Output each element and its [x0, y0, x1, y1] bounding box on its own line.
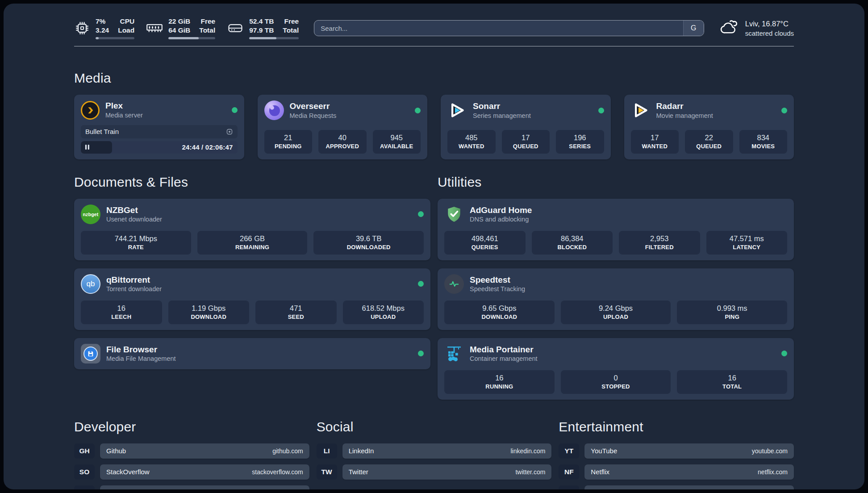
- app-subtitle: Movie management: [656, 112, 713, 120]
- app-subtitle: Torrent downloader: [106, 285, 162, 293]
- disk-free-label: Free: [283, 17, 299, 26]
- stat-value: 40: [320, 134, 365, 142]
- nzbget-card[interactable]: nzbget NZBGet Usenet downloader 744.21 M…: [74, 199, 430, 260]
- stat-tile: 9.24 Gbps UPLOAD: [561, 301, 671, 324]
- disk-progress-bar: [249, 37, 299, 39]
- stat-tile: 945 AVAILABLE: [373, 130, 421, 154]
- stat-value: 22: [687, 134, 731, 142]
- stat-label: REMAINING: [199, 244, 306, 251]
- ram-free-value: 22 GiB: [168, 17, 190, 26]
- stat-label: WANTED: [633, 143, 677, 150]
- qbittorrent-card[interactable]: qb qBittorrent Torrent downloader 16 LEE…: [74, 268, 430, 330]
- system-stats: 7% CPU 3.24 Load: [74, 17, 299, 39]
- cpu-icon: [74, 20, 90, 36]
- search-input[interactable]: [314, 21, 683, 36]
- stat-label: TOTAL: [679, 383, 785, 390]
- link-name: DEV: [106, 489, 120, 489]
- stat-label: QUEUED: [504, 143, 548, 150]
- stat-value: 17: [633, 134, 677, 142]
- stat-value: 21: [266, 134, 311, 142]
- ram-total-label: Total: [199, 26, 215, 35]
- stat-value: 1.19 Gbps: [170, 304, 248, 313]
- app-name: qBittorrent: [106, 275, 162, 285]
- pause-icon[interactable]: [85, 144, 90, 150]
- link-url: netflix.com: [758, 468, 788, 476]
- speedtest-card[interactable]: Speedtest Speedtest Tracking 9.65 Gbps D…: [438, 268, 794, 330]
- link-netflix[interactable]: NF Netflix netflix.com: [559, 464, 794, 480]
- section-title-utilities: Utilities: [438, 175, 794, 190]
- stat-value: 16: [83, 304, 160, 313]
- dashboard: 7% CPU 3.24 Load: [4, 4, 864, 489]
- search-engine-button[interactable]: G: [683, 21, 704, 36]
- link-url: youtube.com: [752, 447, 788, 455]
- link-stackoverflow[interactable]: SO StackOverflow stackoverflow.com: [74, 464, 309, 480]
- link-youtube[interactable]: YT YouTube youtube.com: [559, 443, 794, 459]
- stat-label: PENDING: [266, 143, 311, 150]
- link-reddit[interactable]: RE Reddit reddit.com: [559, 485, 794, 489]
- stat-tile: 22 QUEUED: [685, 130, 733, 154]
- radarr-card[interactable]: Radarr Movie management 17 WANTED 22 QUE…: [624, 95, 794, 159]
- app-subtitle: Usenet downloader: [106, 215, 162, 224]
- link-name: Twitter: [349, 468, 368, 476]
- stat-value: 39.6 TB: [315, 234, 422, 243]
- stat-tile: 17 WANTED: [631, 130, 679, 154]
- qbittorrent-icon-text: qb: [87, 280, 95, 288]
- stat-label: STOPPED: [563, 383, 669, 390]
- link-url: github.com: [272, 447, 303, 455]
- stat-label: RUNNING: [446, 383, 553, 390]
- sonarr-card[interactable]: Sonarr Series management 485 WANTED 17 Q…: [441, 95, 611, 159]
- memory-stat: 22 GiB Free 64 GiB Total: [146, 17, 215, 39]
- link-linkedin[interactable]: LI LinkedIn linkedin.com: [317, 443, 552, 459]
- stat-tile: 39.6 TB DOWNLOADED: [313, 231, 424, 255]
- now-playing-settings-icon[interactable]: [226, 128, 233, 135]
- stat-label: DOWNLOAD: [170, 313, 248, 320]
- link-name: YouTube: [591, 447, 617, 455]
- app-name: Plex: [105, 100, 143, 111]
- stat-tile: 196 SERIES: [556, 130, 604, 154]
- stat-tile: 485 WANTED: [447, 130, 496, 154]
- adguard-card[interactable]: AdGuard Home DNS and adblocking 498,461 …: [438, 199, 794, 260]
- stat-label: SEED: [257, 313, 335, 320]
- status-online-dot: [418, 211, 424, 217]
- ram-free-label: Free: [199, 17, 215, 26]
- now-playing-title: Bullet Train: [85, 128, 119, 135]
- section-developer: Developer GH Github github.com SO StackO…: [74, 419, 309, 489]
- stat-tile: 86,384 BLOCKED: [532, 231, 613, 255]
- stat-label: MOVIES: [741, 143, 786, 150]
- section-utilities: Utilities AdGuard Home: [438, 175, 794, 400]
- filebrowser-card[interactable]: File Browser Media File Management: [74, 338, 430, 369]
- speedtest-pulse-icon: [444, 274, 464, 294]
- plex-card[interactable]: Plex Media server Bullet Train: [74, 95, 244, 159]
- section-documents: Documents & Files nzbget NZBGet Usenet d…: [74, 175, 430, 369]
- link-twitter[interactable]: TW Twitter twitter.com: [317, 464, 552, 480]
- stat-tile: 16 TOTAL: [677, 370, 787, 394]
- stat-label: LATENCY: [708, 244, 786, 251]
- qbittorrent-icon: qb: [81, 274, 100, 294]
- status-online-dot: [418, 281, 424, 287]
- stat-label: RATE: [83, 244, 189, 251]
- stat-tile: 9.65 Gbps DOWNLOAD: [444, 301, 555, 324]
- stat-label: WANTED: [449, 143, 494, 150]
- stat-value: 9.65 Gbps: [446, 304, 553, 313]
- nzbget-icon: nzbget: [81, 205, 100, 224]
- stat-label: QUERIES: [446, 244, 524, 251]
- sonarr-icon: [447, 100, 467, 120]
- nzbget-icon-text: nzbget: [83, 212, 98, 217]
- playback-progress-bar[interactable]: 24:44 / 02:06:47: [81, 141, 238, 154]
- stat-value: 834: [741, 134, 786, 142]
- stat-value: 618.52 Mbps: [345, 304, 422, 313]
- link-github[interactable]: GH Github github.com: [74, 443, 309, 459]
- portainer-card[interactable]: Media Portainer Container management 16 …: [438, 338, 794, 400]
- header-divider: [74, 46, 794, 46]
- app-subtitle: Media server: [105, 111, 143, 120]
- overseerr-card[interactable]: Overseerr Media Requests 21 PENDING 40 A…: [258, 95, 428, 159]
- ram-total-value: 64 GiB: [168, 26, 190, 35]
- link-dev[interactable]: DT DEV dev.to: [74, 485, 309, 489]
- stat-value: 498,461: [446, 234, 524, 243]
- cloud-icon: [719, 20, 739, 37]
- stat-tile: 1.19 Gbps DOWNLOAD: [168, 301, 250, 324]
- link-tag: TW: [317, 464, 337, 480]
- stat-tile: 618.52 Mbps UPLOAD: [343, 301, 424, 324]
- stat-label: AVAILABLE: [375, 143, 419, 150]
- app-subtitle: Series management: [473, 112, 531, 120]
